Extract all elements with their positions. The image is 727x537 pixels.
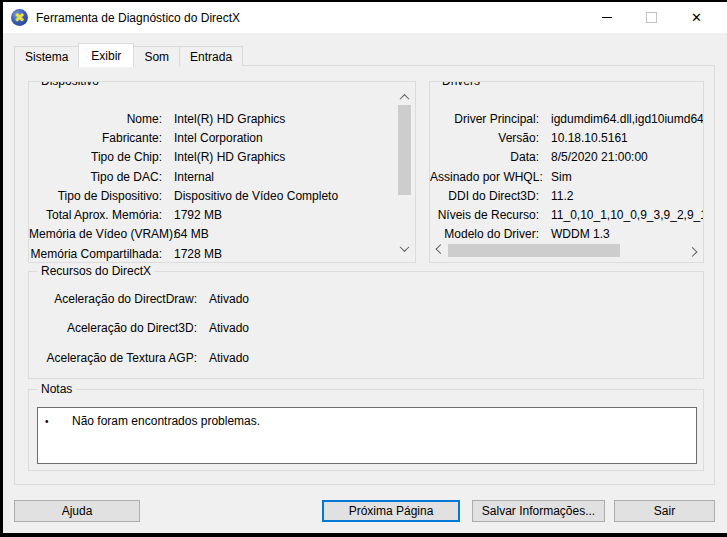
field-value: 11.2 [551, 189, 573, 203]
field-value: Ativado [209, 292, 249, 306]
device-field-row: Total Aprox. Memória:1792 MB [29, 205, 415, 224]
field-value: Ativado [209, 321, 249, 335]
field-label: Memória Compartilhada: [29, 247, 162, 261]
feature-row: Aceleração de Textura AGP:Ativado [29, 343, 703, 373]
field-label: Aceleração de Textura AGP: [29, 351, 197, 365]
field-label: Assinado por WHQL: [430, 170, 539, 184]
tab-som[interactable]: Som [133, 46, 180, 66]
maximize-button[interactable] [629, 2, 674, 33]
tab-sistema[interactable]: Sistema [14, 46, 79, 66]
field-value: Ativado [209, 351, 249, 365]
next-page-button[interactable]: Próxima Página [322, 500, 460, 522]
field-label: Tipo de Chip: [29, 150, 162, 164]
scroll-down-icon[interactable] [397, 241, 412, 256]
device-field-row: Tipo de Dispositivo:Dispositivo de Vídeo… [29, 186, 415, 205]
note-item: • Não foram encontrados problemas. [38, 414, 696, 429]
vertical-scroll-thumb[interactable] [398, 105, 411, 195]
device-field-row: Fabricante:Intel Corporation [29, 128, 415, 147]
device-field-row: Memória de Vídeo (VRAM):64 MB [29, 225, 415, 244]
field-label: Fabricante: [29, 131, 162, 145]
device-vertical-scrollbar[interactable] [397, 90, 412, 256]
device-field-row: Tipo de DAC:Internal [29, 167, 415, 186]
field-value: Intel(R) HD Graphics [174, 150, 285, 164]
field-value: 64 MB [174, 227, 209, 241]
device-field-row: Nome:Intel(R) HD Graphics [29, 109, 415, 128]
field-value: 1728 MB [174, 247, 222, 261]
device-field-row: Tipo de Chip:Intel(R) HD Graphics [29, 148, 415, 167]
bullet-icon: • [38, 414, 72, 429]
drivers-horizontal-scrollbar[interactable] [433, 243, 700, 258]
scroll-right-icon[interactable] [685, 243, 700, 258]
save-information-button[interactable]: Salvar Informações... [472, 500, 605, 522]
field-value: igdumdim64.dll,igd10iumd64.dll, [551, 112, 704, 126]
field-label: Aceleração do Direct3D: [29, 321, 197, 335]
field-label: Driver Principal: [430, 112, 539, 126]
driver-field-row: Driver Principal:igdumdim64.dll,igd10ium… [430, 109, 703, 128]
minimize-button[interactable] [584, 2, 629, 33]
close-icon: ✕ [691, 11, 702, 24]
field-label: DDI do Direct3D: [430, 189, 539, 203]
close-button[interactable]: ✕ [674, 2, 719, 33]
field-label: Modelo do Driver: [430, 227, 539, 241]
title-bar: ✖ Ferramenta de Diagnóstico do DirectX ✕ [3, 2, 727, 33]
tab-page-exibir: Dispositivo Nome:Intel(R) HD Graphics Fa… [14, 65, 715, 485]
driver-field-row: Assinado por WHQL:Sim [430, 167, 703, 186]
field-value: WDDM 1.3 [551, 227, 610, 241]
horizontal-scroll-thumb[interactable] [448, 244, 620, 257]
field-label: Níveis de Recurso: [430, 208, 539, 222]
field-label: Tipo de Dispositivo: [29, 189, 162, 203]
window-controls: ✕ [584, 2, 719, 33]
field-value: Dispositivo de Vídeo Completo [174, 189, 338, 203]
field-value: Internal [174, 170, 214, 184]
notes-list-box[interactable]: • Não foram encontrados problemas. [37, 407, 697, 464]
field-label: Aceleração do DirectDraw: [29, 292, 197, 306]
notes-group-title: Notas [37, 382, 76, 396]
field-label: Data: [430, 150, 539, 164]
field-value: Intel Corporation [174, 131, 263, 145]
driver-field-row: Versão:10.18.10.5161 [430, 128, 703, 147]
field-value: Intel(R) HD Graphics [174, 112, 285, 126]
feature-row: Aceleração do DirectDraw:Ativado [29, 284, 703, 314]
drivers-group-title: Drivers [438, 81, 484, 88]
driver-field-row: Modelo do Driver:WDDM 1.3 [430, 225, 703, 244]
field-value: 1792 MB [174, 208, 222, 222]
drivers-group: Drivers Driver Principal:igdumdim64.dll,… [429, 81, 704, 263]
note-text: Não foram encontrados problemas. [72, 414, 260, 429]
window-title: Ferramenta de Diagnóstico do DirectX [36, 11, 240, 25]
help-button[interactable]: Ajuda [14, 500, 140, 522]
device-field-row: Memória Compartilhada:1728 MB [29, 244, 415, 263]
device-group: Dispositivo Nome:Intel(R) HD Graphics Fa… [28, 81, 416, 263]
field-value: Sim [551, 170, 572, 184]
notes-group: Notas • Não foram encontrados problemas. [28, 389, 704, 471]
driver-field-row: Níveis de Recurso:11_0,10_1,10_0,9_3,9_2… [430, 205, 703, 224]
directx-logo-icon: ✖ [11, 9, 28, 26]
field-value: 10.18.10.5161 [551, 131, 628, 145]
driver-field-row: Data:8/5/2020 21:00:00 [430, 148, 703, 167]
driver-field-row: DDI do Direct3D:11.2 [430, 186, 703, 205]
field-label: Versão: [430, 131, 539, 145]
field-value: 11_0,10_1,10_0,9_3,9_2,9_1 [551, 208, 704, 222]
minimize-icon [602, 17, 612, 18]
field-label: Memória de Vídeo (VRAM): [29, 227, 162, 241]
dxdiag-window: ✖ Ferramenta de Diagnóstico do DirectX ✕… [3, 2, 727, 533]
scroll-left-icon[interactable] [433, 243, 448, 258]
feature-row: Aceleração do Direct3D:Ativado [29, 314, 703, 344]
device-group-title: Dispositivo [37, 81, 103, 88]
field-value: 8/5/2020 21:00:00 [551, 150, 648, 164]
screenshot-root: { "window": { "title": "Ferramenta de Di… [0, 0, 727, 537]
tab-exibir[interactable]: Exibir [78, 43, 134, 67]
features-fields: Aceleração do DirectDraw:Ativado Acelera… [29, 284, 703, 373]
tab-entrada[interactable]: Entrada [179, 46, 243, 66]
scroll-up-icon[interactable] [397, 90, 412, 105]
exit-button[interactable]: Sair [614, 500, 715, 522]
field-label: Total Aprox. Memória: [29, 208, 162, 222]
maximize-icon [646, 12, 657, 23]
directx-features-group: Recursos do DirectX Aceleração do Direct… [28, 271, 704, 379]
tab-strip: Sistema Exibir Som Entrada [14, 43, 242, 66]
device-fields: Nome:Intel(R) HD Graphics Fabricante:Int… [29, 109, 415, 263]
drivers-fields: Driver Principal:igdumdim64.dll,igd10ium… [430, 109, 703, 244]
field-label: Tipo de DAC: [29, 170, 162, 184]
field-label: Nome: [29, 112, 162, 126]
features-group-title: Recursos do DirectX [37, 264, 155, 278]
